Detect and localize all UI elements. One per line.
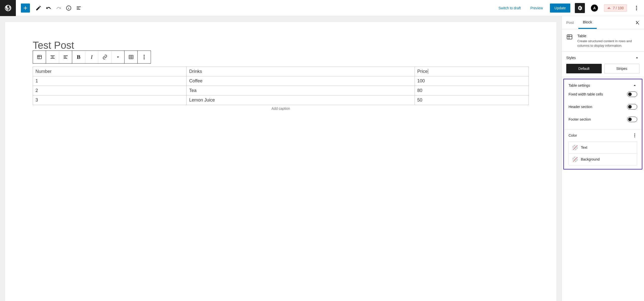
wordpress-logo[interactable] xyxy=(0,0,16,16)
table-row: Number Drinks Price xyxy=(33,67,529,76)
top-right-toolbar: Switch to draft Preview Update A 7 / 100 xyxy=(496,3,644,13)
style-stripes-button[interactable]: Stripes xyxy=(604,64,640,73)
post-title[interactable]: Test Post xyxy=(33,40,529,51)
svg-point-20 xyxy=(634,137,635,137)
table-row: 1 Coffee 100 xyxy=(33,76,529,86)
style-default-button[interactable]: Default xyxy=(566,64,602,73)
editor-topbar: Switch to draft Preview Update A 7 / 100 xyxy=(0,0,644,16)
fixed-width-toggle[interactable] xyxy=(627,91,637,97)
footer-section-toggle[interactable] xyxy=(627,117,637,122)
svg-point-3 xyxy=(636,6,637,7)
table-cell[interactable]: Drinks xyxy=(187,67,415,76)
table-cell[interactable]: 80 xyxy=(415,86,529,95)
table-settings-label: Table settings xyxy=(569,83,590,87)
block-type-icon[interactable] xyxy=(33,51,46,63)
fixed-width-label: Fixed width table cells xyxy=(569,92,603,96)
background-color-item[interactable]: Background xyxy=(569,154,637,165)
canvas-area: Test Post B I xyxy=(0,16,561,301)
details-icon[interactable] xyxy=(64,3,74,13)
svg-point-5 xyxy=(636,9,637,10)
rank-math-score[interactable]: 7 / 100 xyxy=(604,4,627,12)
align-icon[interactable] xyxy=(46,51,59,63)
footer-section-label: Footer section xyxy=(569,117,591,121)
table-cell[interactable]: Price xyxy=(415,67,529,76)
table-cell[interactable]: 1 xyxy=(33,76,187,86)
table-cell[interactable]: Lemon Juice xyxy=(187,95,415,105)
svg-point-4 xyxy=(636,8,637,9)
svg-point-13 xyxy=(144,57,145,58)
editor-main: Test Post B I xyxy=(0,16,644,301)
top-left-toolbar xyxy=(21,3,84,13)
chevron-up-icon xyxy=(634,55,639,60)
text-color-item[interactable]: Text xyxy=(569,141,637,154)
table-settings-panel: Table settings Fixed width table cells H… xyxy=(564,79,642,129)
table-cell[interactable]: 3 xyxy=(33,95,187,105)
svg-point-12 xyxy=(144,55,145,56)
caption-placeholder[interactable]: Add caption xyxy=(33,107,529,111)
table-cell[interactable]: Number xyxy=(33,67,187,76)
color-panel-label: Color xyxy=(569,133,577,137)
settings-icon[interactable] xyxy=(575,3,585,13)
undo-icon[interactable] xyxy=(44,3,54,13)
table-cell[interactable]: 100 xyxy=(415,76,529,86)
link-button[interactable] xyxy=(98,51,111,63)
text-color-label: Text xyxy=(581,145,587,149)
astra-settings-icon[interactable]: A xyxy=(589,3,599,13)
tab-post[interactable]: Post xyxy=(562,16,578,29)
header-section-label: Header section xyxy=(569,105,592,109)
text-align-icon[interactable] xyxy=(59,51,72,63)
table-cell[interactable]: Coffee xyxy=(187,76,415,86)
styles-panel: Styles Default Stripes xyxy=(562,52,644,77)
editor-canvas[interactable]: Test Post B I xyxy=(5,22,556,301)
close-sidebar-icon[interactable] xyxy=(631,20,644,26)
none-swatch-icon xyxy=(572,145,578,150)
preview-button[interactable]: Preview xyxy=(528,4,545,12)
svg-point-19 xyxy=(634,135,635,136)
update-button[interactable]: Update xyxy=(550,4,570,13)
settings-sidebar: Post Block Table Create structured conte… xyxy=(561,16,644,301)
content-table[interactable]: Number Drinks Price 1 Coffee 100 2 Tea 8… xyxy=(33,67,529,105)
add-block-button[interactable] xyxy=(21,4,30,13)
table-cell[interactable]: 50 xyxy=(415,95,529,105)
more-vertical-icon[interactable] xyxy=(632,133,637,138)
background-color-label: Background xyxy=(581,157,600,161)
sidebar-tabs: Post Block xyxy=(562,16,644,29)
table-cell[interactable]: 2 xyxy=(33,86,187,95)
edit-table-icon[interactable] xyxy=(125,51,138,63)
italic-button[interactable]: I xyxy=(85,51,98,63)
bold-button[interactable]: B xyxy=(72,51,85,63)
edit-mode-icon[interactable] xyxy=(33,3,44,13)
outline-icon[interactable] xyxy=(74,3,84,13)
color-panel: Color Text Background xyxy=(564,129,642,169)
svg-rect-15 xyxy=(567,35,572,39)
svg-point-14 xyxy=(144,58,145,59)
redo-icon xyxy=(54,3,64,13)
svg-point-18 xyxy=(634,134,635,134)
block-more-icon[interactable] xyxy=(138,51,151,63)
more-formatting-icon[interactable] xyxy=(111,51,125,63)
table-row: 3 Lemon Juice 50 xyxy=(33,95,529,105)
chevron-up-icon xyxy=(632,83,637,88)
color-panel-toggle[interactable]: Color xyxy=(569,133,637,138)
table-row: 2 Tea 80 xyxy=(33,86,529,95)
tab-block[interactable]: Block xyxy=(578,16,597,29)
table-settings-toggle[interactable]: Table settings xyxy=(569,83,637,88)
table-cell[interactable]: Tea xyxy=(187,86,415,95)
none-swatch-icon xyxy=(572,157,578,162)
block-description: Create structured content in rows and co… xyxy=(577,39,639,48)
highlighted-settings: Table settings Fixed width table cells H… xyxy=(563,79,642,170)
table-block-icon xyxy=(566,34,573,48)
block-title: Table xyxy=(577,34,639,38)
styles-panel-label: Styles xyxy=(566,56,576,60)
more-options-icon[interactable] xyxy=(631,3,641,13)
styles-panel-toggle[interactable]: Styles xyxy=(566,55,639,60)
block-toolbar: B I xyxy=(33,51,151,64)
header-section-toggle[interactable] xyxy=(627,104,637,110)
svg-rect-6 xyxy=(37,55,42,59)
switch-to-draft-button[interactable]: Switch to draft xyxy=(496,4,524,12)
block-info: Table Create structured content in rows … xyxy=(562,29,644,52)
